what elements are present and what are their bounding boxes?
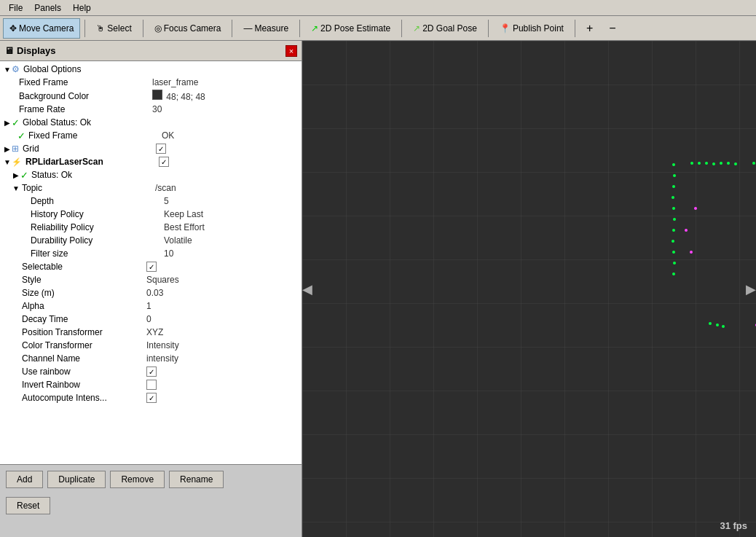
autocompute-row[interactable]: Autocompute Intens... (0, 391, 302, 404)
bg-color-row[interactable]: Background Color 48; 48; 48 (0, 89, 302, 103)
position-transformer-row[interactable]: Position Transformer XYZ (0, 326, 302, 339)
topic-expand[interactable]: ▼ (12, 184, 20, 192)
settings-icon: ⚙ (12, 64, 20, 74)
toolbar-separator-2 (143, 20, 143, 37)
measure-button[interactable]: — Measure (237, 18, 295, 39)
svg-point-50 (709, 322, 712, 325)
channel-name-label: Channel Name (12, 353, 146, 364)
pose-estimate-button[interactable]: ↗ 2D Pose Estimate (304, 18, 397, 39)
toolbar-separator-3 (232, 20, 232, 37)
decay-time-row[interactable]: Decay Time 0 (0, 313, 302, 326)
durability-policy-value: Volatile (164, 235, 299, 246)
menu-panels[interactable]: Panels (28, 1, 67, 15)
global-status-label: Global Status: Ok (21, 117, 156, 128)
focus-camera-icon (154, 23, 162, 34)
svg-point-12 (672, 273, 675, 275)
depth-value: 5 (164, 196, 299, 206)
select-icon: 🖱 (96, 23, 105, 34)
style-label: Style (12, 275, 146, 285)
topic-label: Topic (20, 183, 155, 193)
fixed-frame-row[interactable]: Fixed Frame laser_frame (0, 76, 302, 89)
global-options-expand[interactable]: ▼ (3, 66, 12, 74)
tree-panel: ▼ ⚙ Global Options Fixed Frame laser_fra… (0, 61, 302, 464)
reset-button[interactable]: Reset (6, 497, 50, 514)
displays-close-button[interactable]: × (286, 45, 297, 57)
move-camera-button[interactable]: Move Camera (3, 18, 80, 39)
publish-point-icon: 📍 (500, 23, 511, 34)
global-status-row[interactable]: ▶ ✓ Global Status: Ok (0, 116, 302, 129)
style-row[interactable]: Style Squares (0, 273, 302, 286)
depth-row[interactable]: Depth 5 (0, 195, 302, 208)
grid-canvas (302, 41, 756, 537)
add-button[interactable]: Add (6, 471, 43, 488)
rplidar-status-check-icon: ✓ (20, 170, 28, 181)
svg-point-27 (694, 207, 697, 210)
global-options-row[interactable]: ▼ ⚙ Global Options (0, 63, 302, 76)
rplidar-status-expand[interactable]: ▶ (12, 171, 20, 179)
size-row[interactable]: Size (m) 0.03 (0, 286, 302, 299)
svg-point-3 (673, 174, 676, 177)
remove-button[interactable]: Remove (110, 471, 165, 488)
color-transformer-row[interactable]: Color Transformer Intensity (0, 339, 302, 352)
rplidar-checkbox[interactable] (159, 157, 169, 167)
grid-row[interactable]: ▶ ⊞ Grid (0, 142, 302, 155)
topic-row[interactable]: ▼ Topic /scan (0, 181, 302, 195)
channel-name-value: intensity (146, 353, 299, 364)
main-layout: 🖥 Displays × ▼ ⚙ Global Options Fixed Fr… (0, 41, 756, 537)
minus-icon-button[interactable] (602, 18, 622, 39)
selectable-checkbox[interactable] (146, 262, 157, 272)
viewport-left-arrow[interactable]: ◀ (302, 281, 312, 297)
viewport: ◀ ▶ 31 fps (302, 41, 756, 537)
frame-rate-row[interactable]: Frame Rate 30 (0, 103, 302, 116)
bg-color-label: Background Color (17, 91, 152, 101)
durability-policy-label: Durability Policy (29, 235, 164, 246)
selectable-row[interactable]: Selectable (0, 260, 302, 273)
history-policy-row[interactable]: History Policy Keep Last (0, 208, 302, 221)
rplidar-expand[interactable]: ▼ (3, 158, 12, 166)
svg-point-17 (720, 162, 722, 165)
fixed-frame-status-label: Fixed Frame (27, 130, 162, 141)
fixed-frame-status-value: OK (162, 130, 299, 141)
menu-file[interactable]: File (3, 1, 28, 15)
duplicate-button[interactable]: Duplicate (47, 471, 106, 488)
size-label: Size (m) (12, 288, 146, 298)
fixed-frame-label: Fixed Frame (17, 77, 152, 87)
rplidar-row[interactable]: ▼ ⚡ RPLidarLaserScan (0, 155, 302, 168)
grid-label: Grid (21, 144, 156, 154)
publish-point-button[interactable]: 📍 Publish Point (493, 18, 570, 39)
reliability-policy-row[interactable]: Reliability Policy Best Effort (0, 221, 302, 234)
global-status-expand[interactable]: ▶ (3, 119, 12, 127)
select-button[interactable]: 🖱 Select (90, 18, 138, 39)
fixed-frame-status-row[interactable]: ✓ Fixed Frame OK (0, 129, 302, 142)
autocompute-checkbox[interactable] (146, 393, 157, 403)
svg-point-28 (685, 229, 688, 232)
filter-size-row[interactable]: Filter size 10 (0, 247, 302, 260)
svg-point-52 (722, 325, 725, 328)
use-rainbow-row[interactable]: Use rainbow (0, 365, 302, 378)
rplidar-status-row[interactable]: ▶ ✓ Status: Ok (0, 168, 302, 181)
focus-camera-button[interactable]: Focus Camera (148, 18, 228, 39)
goal-pose-button[interactable]: ↗ 2D Goal Pose (406, 18, 484, 39)
menu-help[interactable]: Help (67, 1, 97, 15)
autocompute-label: Autocompute Intens... (12, 393, 146, 403)
toolbar-separator-4 (299, 20, 300, 37)
use-rainbow-checkbox[interactable] (146, 367, 157, 377)
grid-expand[interactable]: ▶ (3, 145, 12, 153)
grid-checkbox[interactable] (156, 144, 166, 154)
channel-name-row[interactable]: Channel Name intensity (0, 352, 302, 365)
alpha-row[interactable]: Alpha 1 (0, 299, 302, 313)
add-icon-button[interactable] (580, 18, 599, 39)
viewport-right-arrow[interactable]: ▶ (746, 281, 756, 297)
invert-rainbow-row[interactable]: Invert Rainbow (0, 378, 302, 391)
color-transformer-label: Color Transformer (12, 340, 146, 350)
durability-policy-row[interactable]: Durability Policy Volatile (0, 234, 302, 247)
toolbar-separator-7 (575, 20, 575, 37)
invert-rainbow-checkbox[interactable] (146, 380, 157, 390)
svg-point-16 (712, 162, 715, 165)
invert-rainbow-label: Invert Rainbow (12, 380, 146, 390)
reliability-policy-label: Reliability Policy (29, 222, 164, 232)
fps-display: 31 fps (720, 520, 747, 531)
monitor-icon: 🖥 (4, 45, 14, 56)
rename-button[interactable]: Rename (169, 471, 224, 488)
topic-value: /scan (155, 183, 299, 193)
